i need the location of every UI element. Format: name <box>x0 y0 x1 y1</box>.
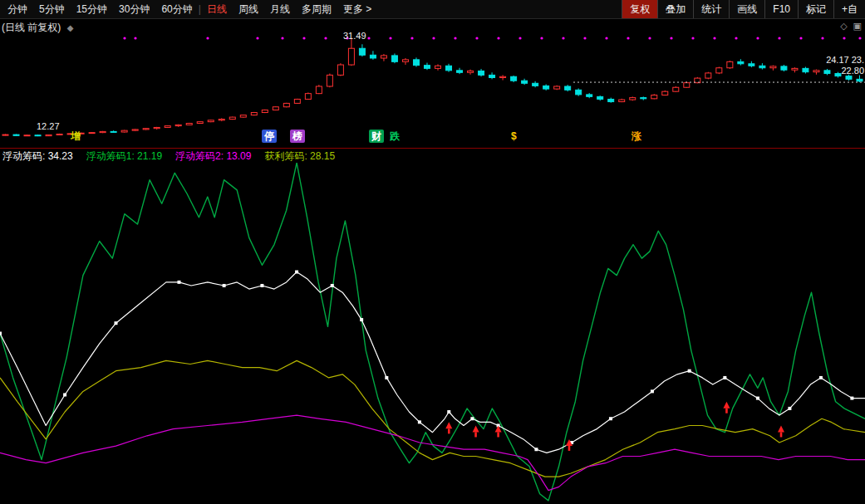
quick-link[interactable]: 榜 <box>290 130 305 143</box>
toolbar-button[interactable]: +自 <box>833 0 865 18</box>
price-label-peak: 31.49 <box>343 31 366 41</box>
toolbar-button[interactable]: 复权 <box>622 0 657 18</box>
quick-link[interactable]: $ <box>509 130 519 143</box>
indicator-label: 浮动筹码: 34.23 <box>2 149 73 164</box>
indicator-label: 获利筹码: 28.15 <box>264 149 335 164</box>
menu-left: 分钟5分钟15分钟30分钟60分钟|日线周线月线多周期更多 > <box>0 0 377 18</box>
price-label-right-top: 24.17 23. <box>826 55 864 66</box>
indicator-header: 浮动筹码: 34.23浮动筹码1: 21.19浮动筹码2: 13.09获利筹码:… <box>2 149 335 164</box>
menubar: 分钟5分钟15分钟30分钟60分钟|日线周线月线多周期更多 > 复权叠加统计画线… <box>0 0 865 19</box>
toolbar-button[interactable]: 标记 <box>798 0 833 18</box>
menu-item[interactable]: 更多 > <box>337 0 377 18</box>
panel-divider <box>0 148 865 149</box>
price-labels-right: 24.17 23. 22.80 <box>826 55 864 76</box>
menu-item[interactable]: 60分钟 <box>155 0 198 18</box>
indicator-label: 浮动筹码2: 13.09 <box>175 149 251 164</box>
app-window: 分钟5分钟15分钟30分钟60分钟|日线周线月线多周期更多 > 复权叠加统计画线… <box>0 0 865 504</box>
quick-link[interactable]: 涨 <box>629 130 644 143</box>
panel-icons: ◇ ▣ <box>840 21 862 32</box>
maximize-icon[interactable]: ▣ <box>853 21 862 32</box>
menu-item[interactable]: 分钟 <box>2 0 33 18</box>
menu-item[interactable]: 月线 <box>264 0 296 18</box>
candle-chart[interactable] <box>0 18 865 148</box>
quick-link[interactable]: 财 <box>369 130 384 143</box>
stock-badge-icon: ◆ <box>67 23 74 32</box>
toolbar-button[interactable]: 统计 <box>693 0 729 18</box>
indicator-chart[interactable] <box>0 163 865 504</box>
menu-right: 复权叠加统计画线F10标记+自 <box>622 0 865 18</box>
quick-link[interactable]: 停 <box>262 130 277 143</box>
menu-item[interactable]: 多周期 <box>296 0 337 18</box>
chart-title-text: (日线 前复权) <box>2 22 61 33</box>
last-price-label: 22.80 <box>826 66 864 76</box>
menu-item[interactable]: 5分钟 <box>33 0 71 18</box>
quick-link[interactable]: 跌 <box>387 130 402 143</box>
toolbar-button[interactable]: 画线 <box>729 0 764 18</box>
menu-item[interactable]: 周线 <box>233 0 264 18</box>
chart-title: (日线 前复权) ◆ <box>2 21 73 35</box>
indicator-panel[interactable] <box>0 163 865 504</box>
quick-link[interactable]: 增 <box>68 130 83 143</box>
links-row: 增停榜财跌$涨 <box>0 130 865 146</box>
candle-chart-panel[interactable]: (日线 前复权) ◆ ◇ ▣ 31.49 12.27 24.17 23. 22.… <box>0 18 865 148</box>
menu-item[interactable]: 日线 <box>201 0 233 18</box>
menu-item[interactable]: 15分钟 <box>71 0 113 18</box>
toolbar-button[interactable]: F10 <box>764 0 798 18</box>
toolbar-button[interactable]: 叠加 <box>657 0 693 18</box>
indicator-label: 浮动筹码1: 21.19 <box>86 149 162 164</box>
menu-item[interactable]: 30分钟 <box>113 0 155 18</box>
diamond-icon[interactable]: ◇ <box>840 21 847 32</box>
